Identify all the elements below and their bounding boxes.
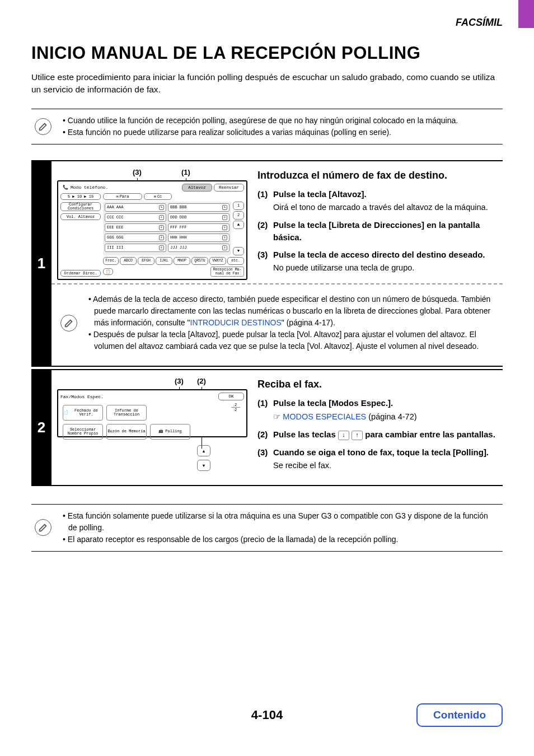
mode-polling[interactable]: 📠Polling [150, 424, 190, 440]
pencil-note-icon [35, 118, 51, 135]
note-item: • Esta función no puede utilizarse para … [63, 127, 494, 138]
callout-3: (3) [133, 168, 142, 176]
step-1-row: 1 (3) (1) 📞Modo teléfono. Altavoz Reenvi… [31, 160, 503, 367]
scroll-down-button[interactable]: ▼ [233, 247, 244, 255]
intro-paragraph: Utilice este procedimiento para iniciar … [31, 71, 503, 96]
page-indicator: 1 [233, 202, 244, 210]
step2-heading: Reciba el fax. [257, 377, 500, 391]
address-shortcut[interactable]: GGG GGG✆ [105, 234, 166, 242]
section-color-tab [518, 0, 534, 28]
alpha-tab[interactable]: ABCD [120, 257, 137, 265]
hand-pointer-icon: ☞ [273, 412, 283, 421]
step1-item3-main: Pulse la tecla de acceso directo del des… [273, 249, 499, 261]
alpha-tab[interactable]: etc. [227, 257, 244, 265]
step1-item1-main: Pulse la tecla [Altavoz]. [273, 188, 499, 200]
step2-item1-main: Pulse la tecla [Modos Espec.]. [273, 397, 499, 409]
address-shortcut[interactable]: FFF FFF✆ [168, 223, 229, 232]
reenviar-button[interactable]: Reenviar [214, 184, 244, 192]
address-shortcut[interactable]: III III✆ [105, 244, 166, 252]
page-indicator: 2 [233, 211, 244, 220]
ordenar-direc-button[interactable]: Ordenar Direc. [60, 270, 101, 277]
altavoz-button[interactable]: Altavoz [182, 184, 212, 192]
note-box-bottom: • Esta función solamente puede utilizars… [31, 504, 503, 552]
note-item: • Además de la tecla de acceso directo, … [88, 293, 491, 329]
alpha-tab[interactable]: QRSTU [191, 257, 208, 265]
step2-item3-sub: Se recibe el fax. [273, 460, 499, 472]
page-title: INICIO MANUAL DE LA RECEPCIÓN POLLING [31, 43, 503, 63]
page-down-button[interactable]: ▼ [197, 460, 210, 471]
alpha-tab[interactable]: MNOP [174, 257, 190, 265]
step1-item1-sub: Oirá el tono de marcado a través del alt… [273, 202, 499, 213]
address-shortcut[interactable]: CCC CCC✆ [105, 213, 166, 222]
alpha-tab[interactable]: VWXYZ [209, 257, 226, 265]
callout-1: (1) [181, 168, 190, 176]
fax-address-screen: 📞Modo teléfono. Altavoz Reenviar 5 ▶ 10 … [57, 180, 247, 280]
vol-altavoz-button[interactable]: Vol. Altavoz [60, 213, 101, 220]
scroll-up-button[interactable]: ▲ [233, 221, 244, 229]
step1-item3-sub: No puede utilizarse una tecla de grupo. [273, 262, 499, 274]
step-number: 1 [31, 160, 51, 367]
page-up-button[interactable]: ▲ [197, 445, 210, 456]
step2-item2-main: Pulse las teclas ↓ ↑ para cambiar entre … [273, 428, 499, 441]
mid-note: • Además de la tecla de acceso directo, … [57, 288, 500, 358]
down-arrow-icon: ↓ [338, 431, 349, 440]
address-shortcut[interactable]: HHH HHH✆ [168, 234, 229, 242]
address-shortcut[interactable]: JJJ JJJ✆ [168, 244, 229, 252]
modos-especiales-link[interactable]: MODOS ESPECIALES [283, 412, 366, 421]
frec-tab[interactable]: Frec. [103, 257, 119, 265]
callout-3: (3) [175, 377, 184, 385]
note-item: • Cuando utilice la función de recepción… [63, 115, 494, 127]
pencil-note-icon [60, 315, 77, 332]
fax-modes-screen: Fax/Modos Espec. OK 📄Fechado de Verif. I… [57, 389, 247, 437]
manual-rx-label[interactable]: Recepción Ma- nual de Fax [210, 267, 244, 277]
mode-fechado-verif[interactable]: 📄Fechado de Verif. [63, 405, 103, 421]
alpha-tab[interactable]: IJKL [156, 257, 172, 265]
address-shortcut[interactable]: DDD DDD✆ [168, 213, 229, 222]
address-shortcut[interactable]: EEE EEE✆ [105, 223, 166, 232]
note-item: • Después de pulsar la tecla [Altavoz], … [88, 329, 491, 352]
note-box-top: • Cuando utilice la función de recepción… [31, 109, 503, 144]
address-shortcut[interactable]: AAA AAA✎ [105, 203, 166, 212]
mode-seleccionar-nombre[interactable]: Seleccionar Nombre Propio [63, 424, 103, 440]
introducir-destinos-link[interactable]: INTRODUCIR DESTINOS [190, 318, 282, 327]
mode-informe-trans[interactable]: Informe de Transacción [106, 405, 147, 421]
review-icon[interactable]: 📋 [103, 268, 113, 275]
note-item: • El aparato receptor es responsable de … [63, 534, 494, 545]
address-grid: AAA AAA✎BBB BBB✎ CCC CCC✆DDD DDD✆ EEE EE… [103, 202, 231, 255]
note-item: • Esta función solamente puede utilizars… [63, 510, 494, 534]
para-label: Para [120, 194, 129, 199]
step2-item3-main: Cuando se oiga el tono de fax, toque la … [273, 446, 499, 459]
up-arrow-icon: ↑ [352, 431, 363, 440]
step1-heading: Introduzca el número de fax de destino. [257, 168, 500, 183]
mode-buzon-memoria[interactable]: Buzón de Memoria [106, 424, 147, 440]
callout-2: (2) [197, 377, 206, 385]
cc-label: Cc [157, 194, 162, 199]
ok-button[interactable]: OK [218, 393, 244, 400]
screen-title: Modo teléfono. [71, 185, 108, 190]
step-2-row: 2 (3) (2) Fax/Modos Espec. OK 📄Fechado d… [31, 369, 503, 486]
pencil-note-icon [35, 519, 51, 536]
alpha-tab[interactable]: EFGH [138, 257, 154, 265]
screen2-title: Fax/Modos Espec. [60, 394, 104, 399]
step1-item2-main: Pulse la tecla [Libreta de Direcciones] … [273, 219, 499, 244]
config-button[interactable]: Configurar Condiciones [60, 202, 101, 211]
section-header: FACSÍMIL [31, 17, 503, 29]
step-number: 2 [31, 369, 51, 486]
contents-button[interactable]: Contenido [416, 703, 503, 727]
scale-button[interactable]: 5 ▶ 10 ▶ 15 [60, 193, 101, 200]
address-shortcut[interactable]: BBB BBB✎ [168, 203, 229, 212]
